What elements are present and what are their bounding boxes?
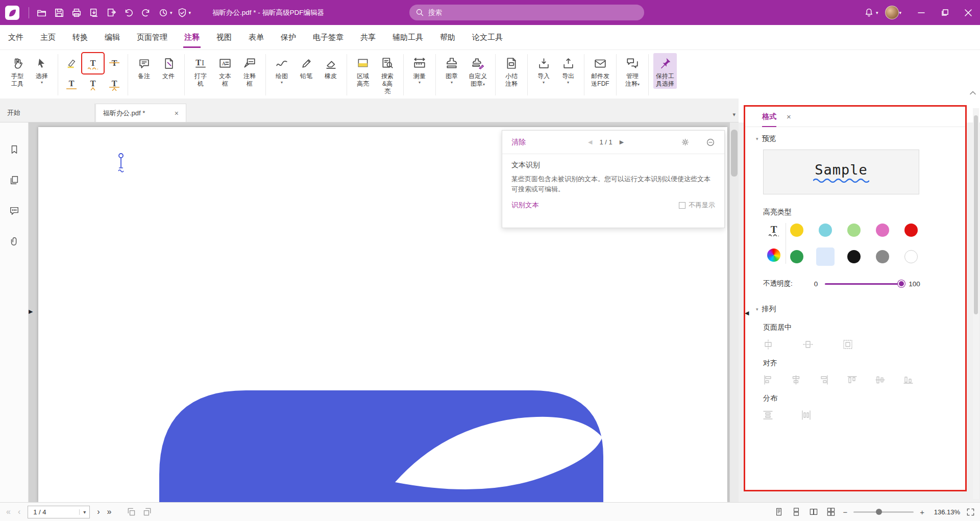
highlight-tool-button[interactable] xyxy=(61,53,82,73)
close-button[interactable] xyxy=(957,0,980,25)
color-swatch-cyan[interactable] xyxy=(819,224,832,237)
document-view-area[interactable]: 清除 ◀ 1 / 1 ▶ 文本识别 某些页面包含未被识别的文本。您可以运行文本识… xyxy=(29,122,739,502)
align-top-icon[interactable] xyxy=(847,375,857,385)
opacity-slider[interactable] xyxy=(825,283,901,285)
facing-view-icon[interactable] xyxy=(808,506,819,517)
menu-tab-accessibility[interactable]: 辅助工具 xyxy=(393,25,423,50)
menu-tab-edit[interactable]: 编辑 xyxy=(105,25,120,50)
area-highlight-button[interactable]: 区域高亮 xyxy=(352,53,374,89)
manage-comments-button[interactable]: 管理注释▾ xyxy=(621,53,644,89)
menu-tab-protect[interactable]: 保护 xyxy=(281,25,296,50)
menu-tab-paper-tools[interactable]: 论文工具 xyxy=(472,25,503,50)
panel-scrollbar[interactable] xyxy=(973,108,979,499)
textbox-button[interactable]: A 文本框 xyxy=(214,53,236,89)
fullscreen-button[interactable] xyxy=(966,508,975,516)
page-number-input[interactable]: 1 / 4 ▾ xyxy=(28,506,90,518)
notifications-bell-icon[interactable] xyxy=(861,4,878,21)
prev-notification-icon[interactable]: ◀ xyxy=(588,139,592,145)
document-tab-active[interactable]: 福昕办公.pdf * × xyxy=(95,104,186,122)
comments-panel-button[interactable] xyxy=(7,203,22,218)
dont-show-checkbox[interactable] xyxy=(679,202,685,209)
menu-tab-esign[interactable]: 电子签章 xyxy=(313,25,344,50)
squiggly-underline-tool-button[interactable]: T xyxy=(82,53,104,73)
close-panel-icon[interactable]: × xyxy=(787,112,791,121)
distribute-vertically-icon[interactable] xyxy=(763,410,773,420)
document-scrollbar-thumb[interactable] xyxy=(731,130,738,177)
align-left-icon[interactable] xyxy=(763,375,773,385)
menu-tab-page-manage[interactable]: 页面管理 xyxy=(137,25,167,50)
align-right-icon[interactable] xyxy=(819,375,829,385)
recognize-text-link[interactable]: 识别文本 xyxy=(511,201,539,210)
color-swatch-blue-selected[interactable] xyxy=(819,250,832,263)
avatar[interactable] xyxy=(885,6,899,19)
custom-stamp-button[interactable]: 自定义图章▾ xyxy=(465,53,491,89)
hand-tool-button[interactable]: 手型工具 xyxy=(6,53,29,89)
keep-tool-selected-button[interactable]: 保持工具选择 xyxy=(653,53,677,89)
center-both-icon[interactable] xyxy=(843,339,853,350)
pencil-button[interactable]: 铅笔 xyxy=(295,53,317,81)
export-comments-button[interactable]: 导出 ▾ xyxy=(557,53,579,86)
insert-text-tool-button[interactable]: T xyxy=(82,73,104,94)
color-swatch-green[interactable] xyxy=(790,250,803,263)
close-tab-icon[interactable]: × xyxy=(175,109,179,117)
save-button[interactable] xyxy=(51,4,68,21)
underline-tool-button[interactable]: T xyxy=(61,73,82,94)
continuous-view-icon[interactable] xyxy=(791,506,802,517)
color-swatch-pink[interactable] xyxy=(876,224,889,237)
menu-tab-comment[interactable]: 注释 xyxy=(184,25,200,50)
menu-tab-view[interactable]: 视图 xyxy=(216,25,232,50)
drawing-button[interactable]: 绘图 ▾ xyxy=(271,53,293,86)
menu-tab-help[interactable]: 帮助 xyxy=(440,25,455,50)
callout-button[interactable]: 注释框 xyxy=(238,53,261,89)
recent-tools-button[interactable] xyxy=(155,4,172,21)
typewriter-button[interactable]: TI 打字机 xyxy=(189,53,212,89)
collapse-ribbon-button[interactable] xyxy=(970,91,976,95)
note-button[interactable]: 备注 xyxy=(133,53,155,81)
chevron-down-icon[interactable]: ▾ xyxy=(899,10,901,15)
select-tool-button[interactable]: 选择 ▾ xyxy=(31,53,53,86)
distribute-horizontally-icon[interactable] xyxy=(801,410,811,420)
print-button[interactable] xyxy=(68,4,85,21)
next-notification-icon[interactable]: ▶ xyxy=(620,139,624,145)
chevron-down-icon[interactable]: ▾ xyxy=(189,10,191,15)
align-middle-vertical-icon[interactable] xyxy=(875,375,885,385)
menu-tab-convert[interactable]: 转换 xyxy=(72,25,88,50)
minimize-notification-icon[interactable] xyxy=(706,138,715,147)
collapse-panel-handle[interactable]: ◀ xyxy=(745,310,749,316)
expand-left-panel-handle[interactable]: ▶ xyxy=(29,308,33,315)
zoom-out-button[interactable]: − xyxy=(843,508,847,516)
color-swatch-gray[interactable] xyxy=(876,250,889,263)
center-vertically-icon[interactable] xyxy=(803,339,813,350)
zoom-slider[interactable] xyxy=(853,511,914,513)
attachments-panel-button[interactable] xyxy=(7,234,22,249)
notification-settings-gear-icon[interactable] xyxy=(681,138,690,146)
panel-scrollbar-thumb[interactable] xyxy=(974,115,978,314)
redo-button[interactable] xyxy=(137,4,155,21)
measure-button[interactable]: 测量 ▾ xyxy=(408,53,431,86)
first-page-button[interactable]: « xyxy=(6,507,11,516)
facing-continuous-view-icon[interactable] xyxy=(825,506,837,517)
menu-tab-file[interactable]: 文件 xyxy=(8,25,23,50)
search-highlight-button[interactable]: 搜索&高亮 xyxy=(376,53,399,96)
stamp-button[interactable]: 图章 ▾ xyxy=(440,53,463,86)
center-horizontally-icon[interactable] xyxy=(763,339,773,350)
menu-tab-share[interactable]: 共享 xyxy=(360,25,376,50)
chevron-down-icon[interactable]: ▾ xyxy=(876,10,878,15)
search-box[interactable] xyxy=(409,5,644,20)
next-view-button[interactable] xyxy=(143,507,152,516)
zoom-percentage[interactable]: 136.13% xyxy=(930,508,960,516)
color-swatch-white[interactable] xyxy=(904,250,918,263)
clear-notifications-link[interactable]: 清除 xyxy=(511,138,526,147)
previous-page-button[interactable]: ‹ xyxy=(18,507,20,516)
chevron-down-icon[interactable]: ▾ xyxy=(170,10,173,15)
color-wheel-icon[interactable] xyxy=(767,249,780,262)
color-swatch-red[interactable] xyxy=(904,224,918,237)
menu-tab-home[interactable]: 主页 xyxy=(40,25,56,50)
email-fdf-button[interactable]: 邮件发送FDF xyxy=(589,53,611,89)
menu-tab-form[interactable]: 表单 xyxy=(249,25,264,50)
maximize-button[interactable] xyxy=(933,0,957,25)
pages-panel-button[interactable] xyxy=(7,172,22,188)
zoom-in-button[interactable]: + xyxy=(920,508,924,516)
preview-section-header[interactable]: ▾ 预览 xyxy=(763,134,951,143)
start-tab[interactable]: 开始 xyxy=(0,104,95,122)
